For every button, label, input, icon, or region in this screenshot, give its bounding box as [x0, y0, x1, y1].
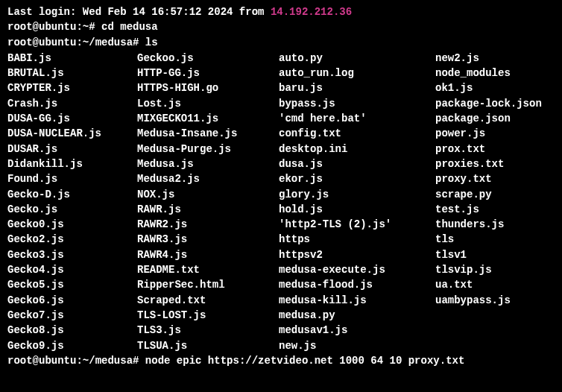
ls-row: Gecko4.jsREADME.txtmedusa-execute.jstlsv… — [7, 262, 555, 277]
ls-file: tlsv1 — [435, 247, 467, 262]
ls-row: Found.jsMedusa2.jsekor.jsproxy.txt — [7, 171, 555, 186]
command-cd: cd medusa — [101, 21, 158, 33]
ls-file: Medusa-Purge.js — [137, 142, 279, 157]
ls-row: Gecko0.jsRAWR2.js'http2-TLS (2).js'thund… — [7, 217, 555, 232]
ls-file: tls — [435, 232, 454, 247]
prompt-path: ~/medusa — [83, 355, 133, 367]
ls-file: power.js — [435, 126, 485, 141]
command-ls: ls — [145, 37, 158, 48]
prompt-symbol: # — [89, 21, 101, 33]
ls-file: TLS-LOST.js — [137, 308, 279, 323]
ls-file: Medusa2.js — [137, 171, 279, 186]
ls-file: Crash.js — [7, 96, 137, 111]
prompt-colon: : — [76, 37, 82, 48]
ls-row: Gecko9.jsTLSUA.jsnew.js — [7, 338, 555, 353]
ls-file: TLS3.js — [137, 323, 279, 338]
ls-file: Gecko5.js — [7, 277, 137, 292]
ls-file: medusa.py — [279, 308, 435, 323]
ls-file: package.json — [435, 111, 511, 126]
ls-file: prox.txt — [435, 142, 485, 157]
ls-file: Gecko8.js — [7, 323, 137, 338]
ls-file: BRUTAL.js — [7, 66, 137, 80]
ls-file: dusa.js — [279, 157, 435, 171]
ls-file: ekor.js — [279, 171, 435, 186]
ls-row: CRYPTER.jsHTTPS-HIGH.gobaru.jsok1.js — [7, 80, 555, 95]
ls-file: Medusa-Insane.js — [137, 126, 279, 141]
ls-file: medusa-flood.js — [279, 277, 435, 292]
ls-file: tlsvip.js — [435, 262, 492, 277]
ls-file: Gecko3.js — [7, 247, 137, 262]
ls-file: Gecko9.js — [7, 338, 137, 353]
ls-row: DUSAR.jsMedusa-Purge.jsdesktop.iniprox.t… — [7, 142, 555, 157]
ls-file: desktop.ini — [279, 142, 435, 157]
ls-row: BABI.jsGeckoo.jsauto.pynew2.js — [7, 51, 555, 66]
prompt-colon: : — [76, 21, 82, 33]
ls-file: BABI.js — [7, 51, 137, 66]
ls-file: httpsv2 — [279, 247, 435, 262]
ls-file: Gecko0.js — [7, 217, 137, 232]
ls-file: Gecko2.js — [7, 232, 137, 247]
ls-file: medusa-execute.js — [279, 262, 435, 277]
ls-file: new2.js — [435, 51, 479, 66]
ls-file: proxy.txt — [435, 171, 492, 186]
ls-file: Gecko-D.js — [7, 187, 137, 202]
terminal[interactable]: Last login: Wed Feb 14 16:57:12 2024 fro… — [7, 4, 555, 368]
ls-file: RipperSec.html — [137, 277, 279, 292]
ls-file: auto_run.log — [279, 66, 435, 80]
ls-file: scrape.py — [435, 187, 492, 202]
ls-row: DUSA-NUCLEAR.jsMedusa-Insane.jsconfig.tx… — [7, 126, 555, 141]
prompt-line-2: root@ubuntu:~/medusa# ls — [7, 35, 555, 50]
last-login-prefix: Last login: — [7, 6, 83, 18]
ls-file: README.txt — [137, 262, 279, 277]
prompt-symbol: # — [133, 37, 145, 48]
ls-file: 'cmd here.bat' — [279, 111, 435, 126]
ls-file: auto.py — [279, 51, 435, 66]
ls-file: NOX.js — [137, 187, 279, 202]
ls-file: Scraped.txt — [137, 293, 279, 308]
ls-file: Medusa.js — [137, 157, 279, 171]
last-login-from: from — [233, 6, 270, 18]
ls-file: bypass.js — [279, 96, 435, 111]
ls-row: Gecko-D.jsNOX.jsglory.jsscrape.py — [7, 187, 555, 202]
ls-file: MIXGECKO11.js — [137, 111, 279, 126]
last-login-line: Last login: Wed Feb 14 16:57:12 2024 fro… — [7, 4, 555, 19]
prompt-line-3: root@ubuntu:~/medusa# node epic https://… — [7, 353, 555, 368]
prompt-colon: : — [76, 355, 82, 367]
prompt-userhost: root@ubuntu — [7, 21, 76, 33]
ls-file: uambypass.js — [435, 293, 511, 308]
ls-file: RAWR2.js — [137, 217, 279, 232]
ls-file: Gecko7.js — [7, 308, 137, 323]
last-login-datetime: Wed Feb 14 16:57:12 2024 — [83, 6, 233, 18]
ls-file: proxies.txt — [435, 157, 504, 171]
ls-file: TLSUA.js — [137, 338, 279, 353]
ls-row: Gecko.jsRAWR.jshold.jstest.js — [7, 202, 555, 217]
ls-file: ok1.js — [435, 80, 473, 95]
ls-file: new.js — [279, 338, 435, 353]
ls-row: Gecko7.jsTLS-LOST.jsmedusa.py — [7, 308, 555, 323]
ls-file: HTTPS-HIGH.go — [137, 80, 279, 95]
ls-file: Gecko4.js — [7, 262, 137, 277]
ls-file: DUSA-GG.js — [7, 111, 137, 126]
command-node: node epic https://zetvideo.net 1000 64 1… — [145, 355, 464, 367]
ls-file: https — [279, 232, 435, 247]
ls-file: glory.js — [279, 187, 435, 202]
ls-file: Geckoo.js — [137, 51, 279, 66]
ls-file: 'http2-TLS (2).js' — [279, 217, 435, 232]
ls-file: RAWR4.js — [137, 247, 279, 262]
ls-row: Gecko5.jsRipperSec.htmlmedusa-flood.jsua… — [7, 277, 555, 292]
prompt-userhost: root@ubuntu — [7, 355, 76, 367]
ls-row: Didankill.jsMedusa.jsdusa.jsproxies.txt — [7, 157, 555, 171]
ls-file: DUSAR.js — [7, 142, 137, 157]
ls-file: package-lock.json — [435, 96, 542, 111]
ls-file: CRYPTER.js — [7, 80, 137, 95]
ls-file: medusa-kill.js — [279, 293, 435, 308]
ls-file: Gecko.js — [7, 202, 137, 217]
ls-row: Gecko3.jsRAWR4.jshttpsv2tlsv1 — [7, 247, 555, 262]
last-login-ip: 14.192.212.36 — [271, 6, 352, 18]
prompt-path: ~ — [83, 21, 89, 33]
ls-file: RAWR.js — [137, 202, 279, 217]
ls-file: HTTP-GG.js — [137, 66, 279, 80]
prompt-line-1: root@ubuntu:~# cd medusa — [7, 19, 555, 34]
ls-row: Crash.jsLost.jsbypass.jspackage-lock.jso… — [7, 96, 555, 111]
prompt-userhost: root@ubuntu — [7, 37, 76, 48]
